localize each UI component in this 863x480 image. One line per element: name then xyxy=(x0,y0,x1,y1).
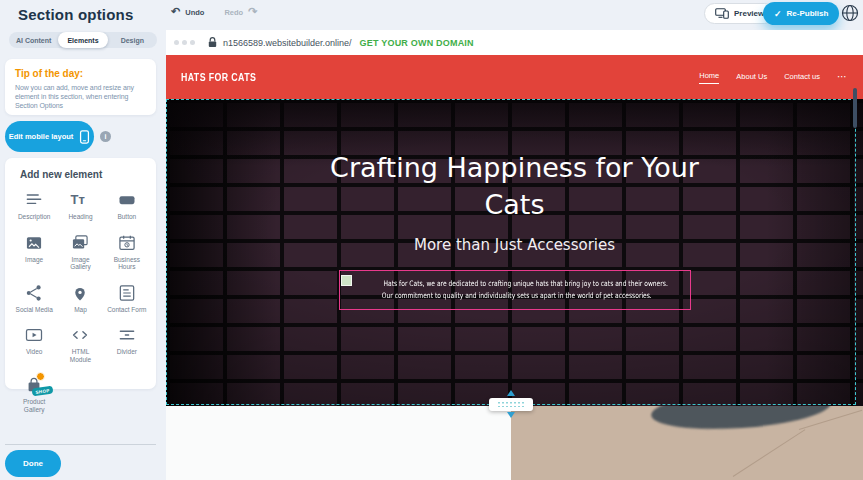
description-icon xyxy=(24,190,44,210)
republish-label: Re-Publish xyxy=(787,9,829,18)
contact-form-icon xyxy=(117,283,137,303)
edit-mobile-layout-button[interactable]: Edit mobile layout xyxy=(5,121,94,152)
tab-elements[interactable]: Elements xyxy=(58,32,107,48)
selection-handle[interactable] xyxy=(341,275,352,286)
element-product-gallery[interactable]: SHOP Product Gallery xyxy=(14,375,54,413)
history-controls: Undo Redo xyxy=(171,7,257,17)
globe-icon xyxy=(841,4,859,22)
hero-subtitle[interactable]: More than Just Accessories xyxy=(414,236,615,254)
element-description[interactable]: Description xyxy=(14,190,54,221)
image-icon xyxy=(24,233,44,253)
site-header: HATS FOR CATS Home About Us Contact us xyxy=(166,55,863,99)
element-map[interactable]: Map xyxy=(60,283,100,314)
element-grid: Description Heading Button Image xyxy=(11,190,150,413)
preview-label: Preview xyxy=(734,9,764,18)
undo-icon xyxy=(171,7,180,17)
element-divider[interactable]: Divider xyxy=(107,325,147,363)
redo-icon xyxy=(248,7,257,17)
language-globe-button[interactable] xyxy=(841,4,859,22)
edit-mobile-label: Edit mobile layout xyxy=(9,132,74,141)
nav-about-us[interactable]: About Us xyxy=(736,72,767,83)
resize-arrow-down-icon[interactable] xyxy=(507,412,515,418)
button-icon xyxy=(117,190,137,210)
element-video[interactable]: Video xyxy=(14,325,54,363)
devices-icon xyxy=(715,8,729,19)
social-media-icon xyxy=(24,283,44,303)
product-gallery-icon: SHOP xyxy=(24,375,44,395)
element-heading[interactable]: Heading xyxy=(60,190,100,221)
lock-icon xyxy=(208,37,217,48)
tip-title: Tip of the day: xyxy=(15,68,146,79)
window-dots-icon xyxy=(174,40,195,45)
browser-bar: n1566589.websitebuilder.online/ GET YOUR… xyxy=(166,30,863,55)
nav-contact-us[interactable]: Contact us xyxy=(784,72,820,83)
hero-text-element-selected[interactable]: Hats for Cats, we are dedicated to craft… xyxy=(339,270,691,310)
element-html-module[interactable]: HTML Module xyxy=(60,325,100,363)
html-module-icon xyxy=(70,325,90,345)
divider-icon xyxy=(117,325,137,345)
undo-label: Undo xyxy=(185,8,204,17)
redo-label: Redo xyxy=(224,8,243,17)
sidebar-divider xyxy=(5,444,156,445)
element-image-gallery[interactable]: Image Gallery xyxy=(60,233,100,271)
image-gallery-icon xyxy=(70,233,90,253)
site-url: n1566589.websitebuilder.online/ xyxy=(223,38,352,48)
drag-dots-icon xyxy=(498,402,524,407)
done-button[interactable]: Done xyxy=(5,450,61,477)
map-icon xyxy=(70,283,90,303)
add-element-panel: Add new element Description Heading Butt… xyxy=(5,158,156,389)
element-button[interactable]: Button xyxy=(107,190,147,221)
tip-of-the-day-panel: Tip of the day: Now you can add, move an… xyxy=(5,59,156,115)
element-social-media[interactable]: Social Media xyxy=(14,283,54,314)
heading-icon xyxy=(70,190,90,210)
shop-badge: SHOP xyxy=(32,386,54,397)
redo-button[interactable]: Redo xyxy=(224,7,257,17)
nav-home[interactable]: Home xyxy=(699,71,719,84)
tip-body: Now you can add, move and resize any ele… xyxy=(15,83,146,110)
get-domain-link[interactable]: GET YOUR OWN DOMAIN xyxy=(360,38,474,48)
hero-section[interactable]: Crafting Happiness for Your Cats More th… xyxy=(166,99,863,406)
app-screen: Section options Undo Redo Preview Re-Pub… xyxy=(0,0,863,480)
add-element-title: Add new element xyxy=(20,169,150,180)
photo-seam-line xyxy=(733,429,806,477)
element-image[interactable]: Image xyxy=(14,233,54,271)
element-business-hours[interactable]: Business Hours xyxy=(107,233,147,271)
hero-title[interactable]: Crafting Happiness for Your Cats xyxy=(325,149,705,223)
scrollbar-thumb[interactable] xyxy=(853,88,857,128)
tab-design[interactable]: Design xyxy=(108,32,157,48)
element-contact-form[interactable]: Contact Form xyxy=(107,283,147,314)
site-nav: Home About Us Contact us xyxy=(699,71,847,84)
hero-body-line1: Hats for Cats, we are dedicated to craft… xyxy=(383,278,667,290)
nav-more-icon[interactable] xyxy=(837,71,847,84)
sidebar-tabs: AI Content Elements Design xyxy=(9,32,157,48)
next-section-photo xyxy=(511,406,863,480)
undo-button[interactable]: Undo xyxy=(171,7,204,17)
republish-button[interactable]: Re-Publish xyxy=(763,2,839,25)
resize-arrow-up-icon[interactable] xyxy=(507,390,515,396)
phone-icon xyxy=(79,129,90,145)
hero-body-line2: Our commitment to quality and individual… xyxy=(381,290,651,302)
site-logo[interactable]: HATS FOR CATS xyxy=(181,71,256,83)
info-icon[interactable] xyxy=(100,131,111,142)
section-resize-handle[interactable] xyxy=(489,398,533,411)
video-icon xyxy=(24,325,44,345)
page-title: Section options xyxy=(18,6,134,23)
check-icon xyxy=(774,9,782,19)
tab-ai-content[interactable]: AI Content xyxy=(9,32,58,48)
business-hours-icon xyxy=(117,233,137,253)
